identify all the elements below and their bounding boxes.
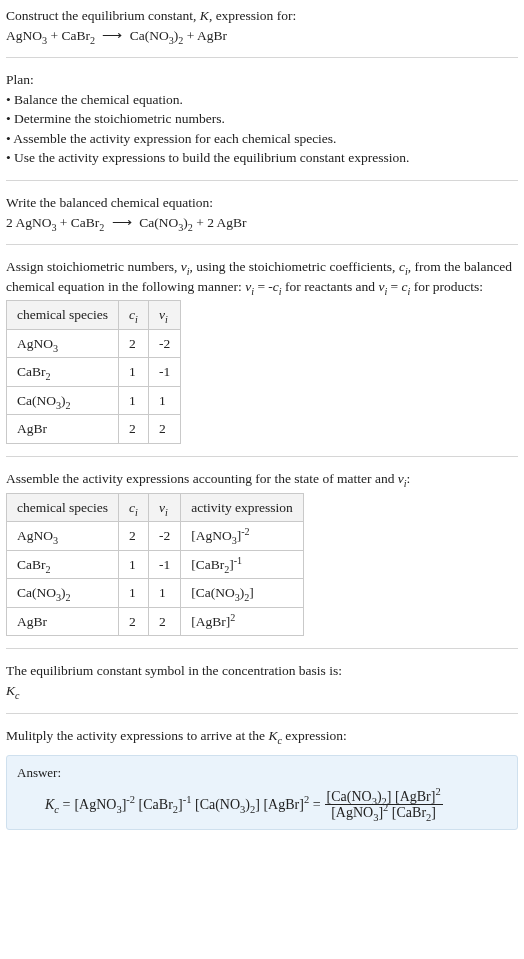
cell-v: 2 [148,415,180,444]
activity-section: Assemble the activity expressions accoun… [6,469,518,649]
table-row: Ca(NO3)2 1 1 [Ca(NO3)2] [7,579,304,608]
plan-item: • Assemble the activity expression for e… [6,129,518,149]
cell-v: -2 [148,329,180,358]
cell-species: Ca(NO3)2 [7,579,119,608]
cell-expr: [AgBr]2 [181,607,304,636]
cell-v: 2 [148,607,180,636]
cell-c: 1 [119,550,149,579]
cell-c: 1 [119,579,149,608]
cell-expr: [AgNO3]-2 [181,522,304,551]
unbalanced-equation: AgNO3 + CaBr2 ⟶ Ca(NO3)2 + AgBr [6,26,518,46]
cell-c: 2 [119,415,149,444]
cell-v: -2 [148,522,180,551]
col-species: chemical species [7,493,119,522]
table-row: Ca(NO3)2 1 1 [7,386,181,415]
plan-item: • Use the activity expressions to build … [6,148,518,168]
cell-v: 1 [148,579,180,608]
cell-species: AgNO3 [7,329,119,358]
kc-product: [AgNO3]-2 [CaBr2]-1 [Ca(NO3)2] [AgBr]2 = [74,795,320,815]
prompt-text: Construct the equilibrium constant, K, e… [6,8,296,23]
cell-c: 2 [119,522,149,551]
cell-v: -1 [148,550,180,579]
answer-box: Answer: Kc = [AgNO3]-2 [CaBr2]-1 [Ca(NO3… [6,755,518,830]
cell-species: CaBr2 [7,358,119,387]
prompt-section: Construct the equilibrium constant, K, e… [6,6,518,58]
col-v: νi [148,493,180,522]
cell-v: -1 [148,358,180,387]
cell-c: 1 [119,386,149,415]
kc-denominator: [AgNO3]2 [CaBr2] [329,805,438,820]
cell-v: 1 [148,386,180,415]
answer-label: Answer: [17,764,507,783]
cell-species: Ca(NO3)2 [7,386,119,415]
table-header-row: chemical species ci νi [7,301,181,330]
kc-lhs: Kc = [45,795,70,815]
cell-c: 2 [119,607,149,636]
col-c: ci [119,493,149,522]
table-row: CaBr2 1 -1 [CaBr2]-1 [7,550,304,579]
table-row: AgBr 2 2 [7,415,181,444]
table-row: AgBr 2 2 [AgBr]2 [7,607,304,636]
multiply-intro: Mulitply the activity expressions to arr… [6,726,518,746]
balanced-intro: Write the balanced chemical equation: [6,193,518,213]
balanced-section: Write the balanced chemical equation: 2 … [6,193,518,245]
activity-table: chemical species ci νi activity expressi… [6,493,304,637]
cell-species: AgNO3 [7,522,119,551]
stoich-table: chemical species ci νi AgNO3 2 -2 CaBr2 … [6,300,181,444]
col-v: νi [148,301,180,330]
cell-c: 1 [119,358,149,387]
table-row: AgNO3 2 -2 [AgNO3]-2 [7,522,304,551]
col-expr: activity expression [181,493,304,522]
cell-expr: [CaBr2]-1 [181,550,304,579]
symbol-section: The equilibrium constant symbol in the c… [6,661,518,713]
plan-title: Plan: [6,70,518,90]
multiply-section: Mulitply the activity expressions to arr… [6,726,518,750]
table-header-row: chemical species ci νi activity expressi… [7,493,304,522]
balanced-equation: 2 AgNO3 + CaBr2 ⟶ Ca(NO3)2 + 2 AgBr [6,213,518,233]
plan-item: • Balance the chemical equation. [6,90,518,110]
activity-intro: Assemble the activity expressions accoun… [6,469,518,489]
symbol-kc: Kc [6,681,518,701]
prompt-line-1: Construct the equilibrium constant, K, e… [6,6,518,26]
symbol-intro: The equilibrium constant symbol in the c… [6,661,518,681]
col-species: chemical species [7,301,119,330]
cell-species: AgBr [7,607,119,636]
plan-item: • Determine the stoichiometric numbers. [6,109,518,129]
cell-species: CaBr2 [7,550,119,579]
stoich-intro: Assign stoichiometric numbers, νi, using… [6,257,518,296]
cell-species: AgBr [7,415,119,444]
table-row: CaBr2 1 -1 [7,358,181,387]
col-c: ci [119,301,149,330]
table-row: AgNO3 2 -2 [7,329,181,358]
plan-section: Plan: • Balance the chemical equation. •… [6,70,518,181]
stoich-section: Assign stoichiometric numbers, νi, using… [6,257,518,457]
kc-expression: Kc = [AgNO3]-2 [CaBr2]-1 [Ca(NO3)2] [AgB… [17,789,507,821]
cell-expr: [Ca(NO3)2] [181,579,304,608]
kc-fraction: [Ca(NO3)2] [AgBr]2 [AgNO3]2 [CaBr2] [325,789,443,821]
cell-c: 2 [119,329,149,358]
